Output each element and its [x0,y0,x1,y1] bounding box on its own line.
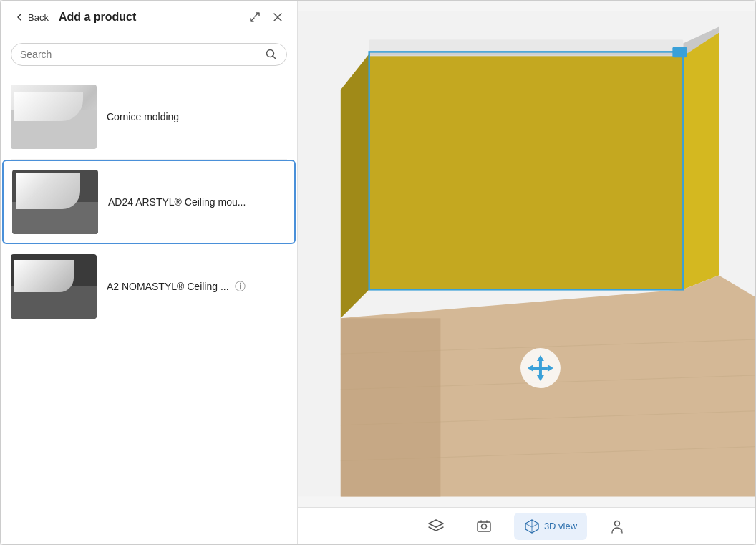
product-name-a2: A2 NOMASTYL® Ceiling ... [107,281,229,292]
svg-marker-4 [683,32,719,289]
product-name-ad24: AD24 ARSTYL® Ceiling mou... [108,196,246,208]
blueprint-icon [476,519,492,534]
product-info-ad24: AD24 ARSTYL® Ceiling mou... [108,196,286,208]
toolbar-3dview-label: 3D view [544,521,577,531]
header-actions [246,8,287,26]
search-button[interactable] [265,48,278,61]
svg-marker-3 [341,54,369,318]
toolbar-sep-1 [460,518,460,535]
product-item-cornice[interactable]: Cornice molding [11,74,287,160]
toolbar-sep-2 [508,518,508,535]
product-item-ad24[interactable]: AD24 ARSTYL® Ceiling mou... [2,160,296,244]
right-panel: 3D view [298,1,755,544]
person-icon [609,519,625,534]
panel-title: Add a product [59,11,238,24]
search-input[interactable] [20,49,259,60]
info-icon-a2[interactable]: ⓘ [235,280,246,294]
svg-rect-23 [533,367,541,370]
app-container: Back Add a product [0,0,756,545]
product-item-a2[interactable]: A2 NOMASTYL® Ceiling ... ⓘ [11,244,287,329]
product-info-cornice: Cornice molding [107,111,287,122]
toolbar-person-button[interactable] [599,513,635,540]
expand-button[interactable] [246,8,264,26]
toolbar-sep-3 [593,518,593,535]
layers-icon [428,519,444,534]
toolbar-camera-button[interactable] [466,513,502,540]
bottom-toolbar: 3D view [298,507,755,544]
cube-icon [524,519,540,534]
svg-point-28 [615,521,620,526]
expand-icon [248,11,261,24]
back-button[interactable]: Back [11,10,52,24]
product-thumb-ad24 [12,170,98,234]
toolbar-3dview-button[interactable]: 3D view [514,513,587,540]
search-wrapper [11,43,287,66]
room-scene [298,1,755,507]
left-panel: Back Add a product [1,1,298,544]
search-area [1,34,297,74]
product-list: Cornice molding AD24 ARSTYL® Ceiling mou… [1,74,297,544]
toolbar-layers-button[interactable] [418,513,454,540]
close-button[interactable] [268,8,287,26]
svg-marker-10 [341,318,441,496]
chevron-left-icon [14,11,25,23]
product-info-a2: A2 NOMASTYL® Ceiling ... ⓘ [107,280,287,294]
close-icon [271,11,284,24]
back-label: Back [28,12,49,23]
product-name-cornice: Cornice molding [107,111,179,122]
viewport-3d[interactable] [298,1,755,507]
svg-marker-2 [369,54,684,289]
svg-rect-25 [541,367,548,370]
product-thumb-cornice [11,85,97,149]
search-icon [265,48,278,61]
panel-header: Back Add a product [1,1,297,34]
svg-rect-16 [672,47,687,57]
product-thumb-a2 [11,254,97,319]
